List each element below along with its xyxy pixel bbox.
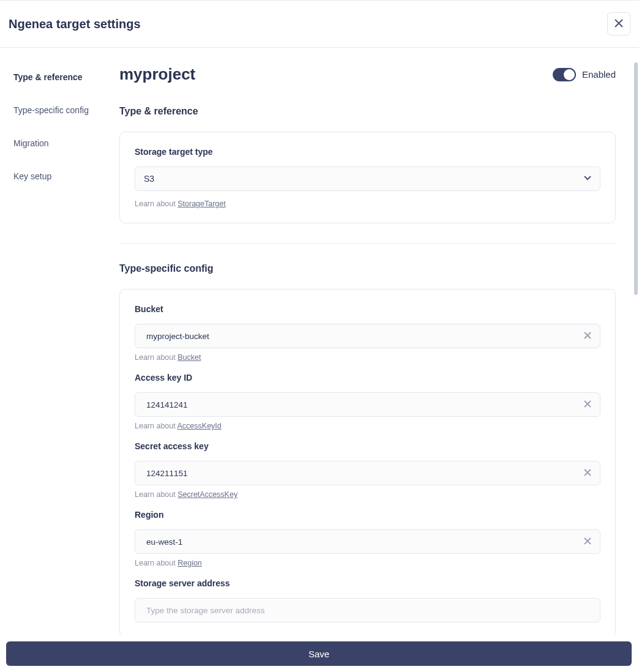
close-icon [584,469,591,478]
enabled-label: Enabled [582,69,616,80]
field-bucket: Bucket Learn about Bucket [135,304,600,362]
scrollbar-thumb[interactable] [634,62,638,295]
region-clear-button[interactable] [582,536,593,547]
bucket-link[interactable]: Bucket [177,353,201,362]
field-server-address: Storage server address [135,578,600,622]
card-storage-type: Storage target type Learn about StorageT… [119,132,616,223]
access-key-input-wrap [135,392,600,417]
project-title: myproject [119,65,195,84]
dialog-header: Ngenea target settings [0,0,639,48]
region-input[interactable] [135,529,600,554]
close-icon [584,400,591,409]
dialog-body: Type & reference Type-specific config Mi… [0,48,639,635]
bucket-input[interactable] [135,324,600,348]
close-icon [584,332,591,341]
sidebar: Type & reference Type-specific config Mi… [0,48,119,635]
bucket-input-wrap [135,324,600,348]
toggle-knob [564,69,575,80]
help-prefix: Learn about [135,490,177,499]
secret-key-help: Learn about SecretAccessKey [135,490,600,499]
close-button[interactable] [607,12,630,35]
region-input-wrap [135,529,600,554]
bucket-label: Bucket [135,304,600,314]
secret-key-link[interactable]: SecretAccessKey [177,490,237,499]
storage-type-select-wrap [135,166,600,191]
main-content: myproject Enabled Type & reference Stora… [119,48,639,635]
footer: Save [6,641,632,666]
bucket-clear-button[interactable] [582,330,593,342]
region-link[interactable]: Region [177,559,202,567]
server-input-wrap [135,598,600,622]
card-type-specific: Bucket Learn about Bucket Access key ID [119,289,616,635]
divider [119,243,616,244]
storage-type-label: Storage target type [135,147,600,157]
close-icon [584,537,591,547]
section-heading-type-reference: Type & reference [119,106,616,117]
bucket-help: Learn about Bucket [135,353,600,362]
access-key-input[interactable] [135,392,600,417]
help-prefix: Learn about [135,559,177,567]
access-key-label: Access key ID [135,373,600,383]
help-prefix: Learn about [135,422,177,430]
help-prefix: Learn about [135,353,177,362]
server-label: Storage server address [135,578,600,588]
save-button[interactable]: Save [6,641,632,666]
storage-type-select[interactable] [135,166,600,191]
section-heading-type-specific: Type-specific config [119,263,616,274]
field-access-key: Access key ID Learn about AccessKeyId [135,373,600,430]
enabled-toggle[interactable] [553,68,576,81]
access-key-link[interactable]: AccessKeyId [177,422,222,430]
sidebar-item-type-reference[interactable]: Type & reference [13,66,119,88]
secret-key-label: Secret access key [135,441,600,451]
region-help: Learn about Region [135,559,600,567]
secret-key-clear-button[interactable] [582,468,593,479]
access-key-help: Learn about AccessKeyId [135,422,600,430]
help-prefix: Learn about [135,200,177,208]
region-label: Region [135,510,600,520]
field-secret-key: Secret access key Learn about SecretAcce… [135,441,600,499]
enabled-toggle-group: Enabled [553,68,616,81]
sidebar-item-type-specific[interactable]: Type-specific config [13,99,119,121]
access-key-clear-button[interactable] [582,399,593,410]
dialog-title: Ngenea target settings [9,17,141,31]
secret-key-input-wrap [135,461,600,485]
storage-type-help: Learn about StorageTarget [135,200,600,208]
sidebar-item-migration[interactable]: Migration [13,132,119,154]
sidebar-item-key-setup[interactable]: Key setup [13,165,119,187]
title-row: myproject Enabled [119,65,616,84]
server-input[interactable] [135,598,600,622]
field-region: Region Learn about Region [135,510,600,567]
secret-key-input[interactable] [135,461,600,485]
storage-target-link[interactable]: StorageTarget [177,200,226,208]
close-icon [615,19,623,29]
